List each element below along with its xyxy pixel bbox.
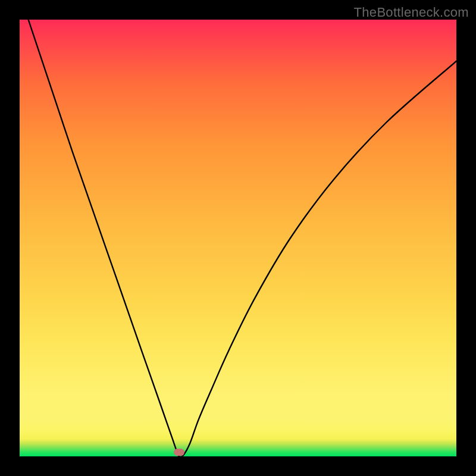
- curve-minimum-marker: [174, 449, 184, 456]
- chart-curve: [20, 20, 456, 456]
- watermark-text: TheBottleneck.com: [354, 5, 469, 20]
- plot-area: [20, 20, 456, 456]
